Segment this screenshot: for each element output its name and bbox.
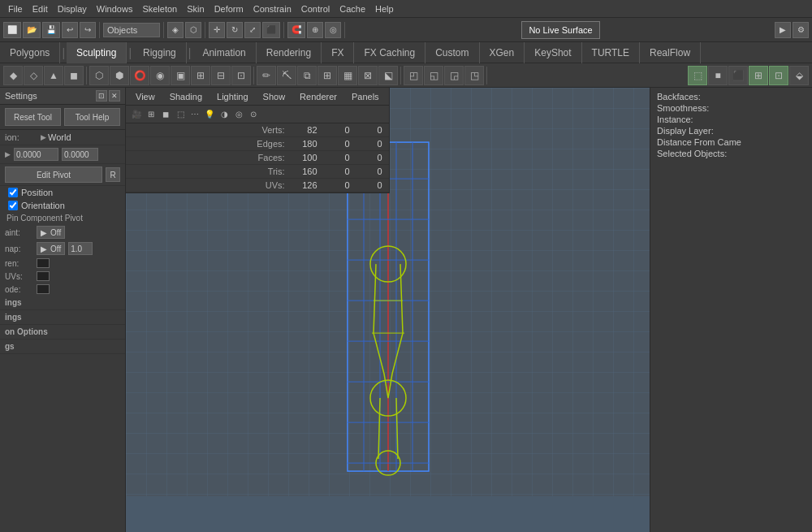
vp-points-icon[interactable]: ⋯	[188, 107, 202, 122]
object-input[interactable]: Objects	[103, 23, 160, 37]
scale-btn[interactable]: ⤢	[244, 22, 261, 38]
edit-pivot-btn[interactable]: Edit Pivot	[5, 167, 102, 183]
transform-btn[interactable]: ⬛	[262, 22, 280, 38]
cube-btn[interactable]: ⬢	[110, 66, 129, 85]
new-file-btn[interactable]: ⬜	[3, 22, 21, 38]
transform-dropdown[interactable]: ▶ World	[41, 132, 71, 142]
solid-btn[interactable]: ■	[708, 66, 728, 85]
menu-control[interactable]: Control	[296, 2, 335, 15]
undo-btn[interactable]: ↩	[62, 22, 78, 38]
tab-keyshot[interactable]: KeyShot	[525, 42, 581, 63]
tool-help-btn[interactable]: Tool Help	[64, 108, 120, 126]
position-checkbox[interactable]	[8, 188, 18, 197]
orientation-checkbox[interactable]	[8, 201, 18, 210]
poly-btn[interactable]: ▦	[338, 66, 357, 85]
menu-file[interactable]: File	[3, 2, 28, 15]
tab-xgen[interactable]: XGen	[480, 42, 525, 63]
tab-fxcaching[interactable]: FX Caching	[354, 42, 425, 63]
tab-fx[interactable]: FX	[322, 42, 354, 63]
brush-tool-btn[interactable]: ◆	[3, 66, 23, 85]
input2-field[interactable]	[62, 148, 98, 161]
smooth-tool-btn[interactable]: ◇	[24, 66, 43, 85]
snap-num-input[interactable]	[68, 242, 93, 255]
vp-solid-icon[interactable]: ◼	[158, 107, 173, 122]
select-tool-btn[interactable]: ◈	[167, 22, 184, 38]
menu-cache[interactable]: Cache	[335, 2, 370, 15]
overlay-btn[interactable]: ⊞	[749, 66, 768, 85]
skin2-btn[interactable]: ◲	[444, 66, 464, 85]
grab-tool-btn[interactable]: ◼	[64, 66, 84, 85]
uvs-color-swatch[interactable]	[37, 271, 50, 281]
tab-realflow[interactable]: RealFlow	[640, 42, 701, 63]
menu-skin[interactable]: Skin	[182, 2, 209, 15]
rigging-btn[interactable]: ◱	[424, 66, 443, 85]
tab-turtle[interactable]: TURTLE	[582, 42, 640, 63]
uv-btn[interactable]: ⊠	[358, 66, 378, 85]
renderer-menu[interactable]: Renderer	[293, 90, 343, 103]
sculpt2-btn[interactable]: ⛏	[277, 66, 296, 85]
input1-field[interactable]	[14, 148, 58, 161]
vp-grid-icon[interactable]: ⊞	[144, 107, 158, 122]
sphere-btn[interactable]: ⬡	[89, 66, 109, 85]
deform-btn[interactable]: ⧉	[297, 66, 317, 85]
save-btn[interactable]: 💾	[42, 22, 60, 38]
tab-custom[interactable]: Custom	[425, 42, 479, 63]
vp-light-icon[interactable]: 💡	[202, 107, 217, 122]
lighting-menu[interactable]: Lighting	[210, 90, 255, 103]
menu-skeleton[interactable]: Skeleton	[137, 2, 182, 15]
texture-btn[interactable]: ⬛	[728, 66, 748, 85]
vp-isolate-icon[interactable]: ⊙	[246, 107, 261, 122]
reset-tool-btn[interactable]: Reset Tool	[5, 108, 61, 126]
mode-color-swatch[interactable]	[37, 284, 50, 294]
pin-component-btn[interactable]: Pin Component Pivot	[0, 212, 125, 224]
snap-btn[interactable]: 🧲	[287, 22, 305, 38]
settings-btn[interactable]: ⚙	[793, 22, 809, 38]
constraint-btn[interactable]: ◳	[464, 66, 484, 85]
plane-btn[interactable]: ⊞	[191, 66, 210, 85]
render2-btn[interactable]: ◰	[404, 66, 423, 85]
soft-select-btn[interactable]: ◎	[325, 22, 341, 38]
menu-windows[interactable]: Windows	[92, 2, 138, 15]
grid-btn[interactable]: ⊡	[769, 66, 788, 85]
vp-wire-icon[interactable]: ⬚	[173, 107, 188, 122]
isolate-btn[interactable]: ⬙	[789, 66, 809, 85]
paint-btn[interactable]: ✏	[257, 66, 276, 85]
pivot-btn[interactable]: ⊕	[307, 22, 323, 38]
tab-sculpting[interactable]: Sculpting	[67, 42, 127, 63]
menu-help[interactable]: Help	[370, 2, 399, 15]
tab-polygons[interactable]: Polygons	[0, 42, 60, 63]
cone-btn[interactable]: ▣	[171, 66, 190, 85]
wireframe-btn[interactable]: ⬚	[688, 66, 707, 85]
attr-btn[interactable]: ⬕	[378, 66, 398, 85]
menu-edit[interactable]: Edit	[28, 2, 53, 15]
mirror-btn[interactable]: ⊟	[211, 66, 231, 85]
render-btn[interactable]: ▶	[775, 22, 791, 38]
rotate-btn[interactable]: ↻	[227, 22, 243, 38]
tab-animation[interactable]: Animation	[192, 42, 256, 63]
vp-shadow-icon[interactable]: ◑	[217, 107, 231, 122]
shading-menu[interactable]: Shading	[163, 90, 209, 103]
menu-constrain[interactable]: Constrain	[248, 2, 296, 15]
render-color-swatch[interactable]	[37, 258, 50, 268]
relax-tool-btn[interactable]: ▲	[44, 66, 63, 85]
view-menu[interactable]: View	[129, 90, 162, 103]
move-btn[interactable]: ✛	[209, 22, 225, 38]
lasso-btn[interactable]: ⬡	[185, 22, 201, 38]
vp-xray-icon[interactable]: ◎	[231, 107, 246, 122]
tab-rigging[interactable]: Rigging	[133, 42, 187, 63]
snap-dropdown[interactable]: ▶ Off	[37, 242, 65, 255]
noise-btn[interactable]: ⊡	[231, 66, 251, 85]
open-btn[interactable]: 📂	[23, 22, 41, 38]
vp-camera-icon[interactable]: 🎥	[129, 107, 144, 122]
redo-btn[interactable]: ↪	[80, 22, 96, 38]
tab-rendering[interactable]: Rendering	[257, 42, 322, 63]
panel-close-btn[interactable]: ✕	[109, 90, 120, 102]
cylinder-btn[interactable]: ⭕	[130, 66, 149, 85]
mesh-btn[interactable]: ⊞	[317, 66, 337, 85]
r-button[interactable]: R	[106, 167, 120, 182]
menu-deform[interactable]: Deform	[209, 2, 248, 15]
torus-btn[interactable]: ◉	[150, 66, 170, 85]
panels-menu[interactable]: Panels	[345, 90, 386, 103]
live-surface-btn[interactable]: No Live Surface	[521, 21, 599, 39]
panel-dock-btn[interactable]: ⊡	[96, 90, 107, 102]
